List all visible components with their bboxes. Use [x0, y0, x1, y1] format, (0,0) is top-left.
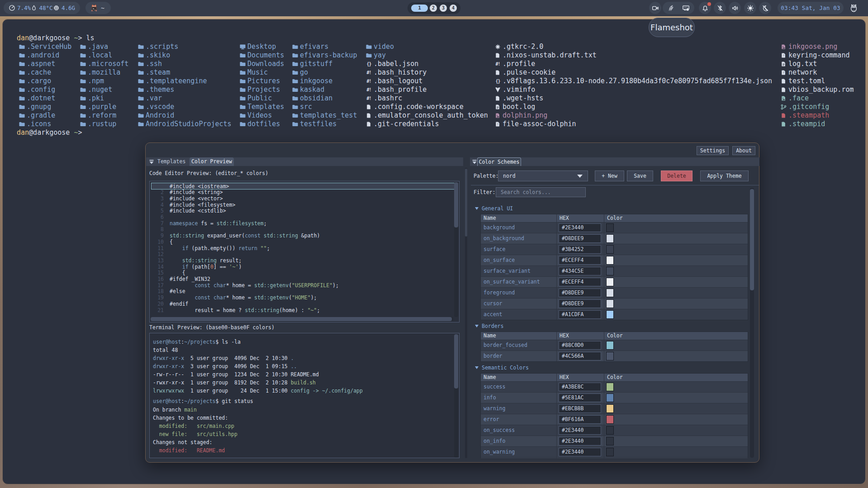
color-swatch[interactable]: [606, 310, 614, 319]
shell-prompt-line: dan@darkgoose ~> ls: [17, 34, 95, 43]
hex-input[interactable]: #2E3440: [559, 437, 601, 445]
code-line: 14 if (path[0] == '~'): [150, 264, 448, 270]
hex-input[interactable]: #4C566A: [559, 352, 601, 360]
right-panel-scrollbar[interactable]: [750, 188, 754, 458]
hex-input[interactable]: #A3BE8C: [559, 383, 601, 391]
col-name: Name: [481, 214, 557, 222]
section-header[interactable]: Semantic Colors: [475, 364, 529, 372]
color-swatch[interactable]: [606, 448, 614, 456]
bluetooth-button[interactable]: [714, 2, 726, 14]
workspace-1-active[interactable]: 1: [411, 5, 428, 12]
system-stats-pill[interactable]: 7.4% 48°C 4.6G: [4, 2, 80, 14]
section-header[interactable]: General UI: [475, 205, 513, 213]
hex-input[interactable]: #A1CDFA: [559, 310, 601, 319]
color-swatch[interactable]: [606, 426, 614, 435]
color-table: NameHEXColorsuccess#A3BE8Cinfo#5E81ACwar…: [480, 373, 748, 458]
editor-vscrollbar[interactable]: [454, 182, 458, 317]
night-light-button[interactable]: [759, 2, 771, 14]
color-swatch[interactable]: [606, 267, 614, 275]
about-button[interactable]: About: [732, 146, 755, 155]
color-row: warning#EBCB8B: [481, 403, 748, 414]
ls-entry: .themes: [138, 85, 174, 94]
ls-entry: .ServiceHub: [19, 43, 71, 51]
color-swatch[interactable]: [606, 245, 614, 254]
hex-input[interactable]: #D8DEE9: [559, 299, 601, 308]
tab-templates[interactable]: Templates: [157, 157, 185, 166]
tab-color-preview[interactable]: Color Preview: [190, 157, 234, 166]
hex-input[interactable]: #2E3440: [559, 223, 601, 232]
feather-tray-icon[interactable]: [667, 5, 674, 12]
clock-pill[interactable]: 03:43 Sat, Jan 03: [778, 2, 844, 14]
hex-input[interactable]: #BF616A: [559, 415, 601, 424]
color-swatch[interactable]: [606, 256, 614, 265]
keyboard-lock-tray-icon[interactable]: [682, 4, 690, 12]
hex-input[interactable]: #2E3440: [559, 448, 601, 456]
ls-entry: .viminfo: [495, 85, 535, 94]
apply-theme-button[interactable]: Apply Theme: [700, 171, 749, 181]
terminal-launcher-pill[interactable]: >_ ~: [85, 2, 111, 14]
color-swatch[interactable]: [606, 299, 614, 308]
color-swatch[interactable]: [606, 393, 614, 402]
hex-input[interactable]: #ECEFF4: [559, 256, 601, 265]
hex-input[interactable]: #3B4252: [559, 245, 601, 254]
new-palette-button[interactable]: + New: [595, 171, 624, 181]
ls-entry: .scripts: [138, 43, 178, 51]
color-row: accent#A1CDFA: [481, 309, 748, 320]
ls-entry: .java: [80, 43, 108, 51]
ls-entry: .cargo: [19, 77, 51, 85]
settings-button[interactable]: Settings: [697, 146, 729, 155]
filter-input[interactable]: Search colors...: [496, 187, 586, 197]
delete-button[interactable]: Delete: [661, 171, 693, 181]
hex-input[interactable]: #5E81AC: [559, 393, 601, 402]
color-swatch[interactable]: [606, 404, 614, 413]
hex-input[interactable]: #2E3440: [559, 426, 601, 435]
color-swatch[interactable]: [606, 437, 614, 445]
hex-input[interactable]: #434C5E: [559, 267, 601, 275]
ls-entry: Pictures: [240, 77, 280, 85]
color-swatch[interactable]: [606, 223, 614, 232]
brightness-button[interactable]: [744, 2, 756, 14]
ls-entry: .nuget: [80, 85, 112, 94]
tab-color-schemes[interactable]: Color Schemes: [477, 157, 521, 166]
workspace-3[interactable]: 3: [440, 5, 447, 12]
color-swatch[interactable]: [606, 234, 614, 243]
ls-entry: Projects: [240, 85, 280, 94]
owl-menu-button[interactable]: [848, 2, 860, 14]
screen-record-button[interactable]: [649, 2, 661, 14]
code-line: 13 std::string result;: [150, 257, 448, 264]
hex-input[interactable]: #D8DEE9: [559, 234, 601, 243]
color-name: on_warning: [481, 447, 557, 457]
color-swatch[interactable]: [606, 289, 614, 297]
hex-input[interactable]: #D8DEE9: [559, 289, 601, 297]
color-swatch[interactable]: [606, 341, 614, 350]
volume-button[interactable]: [729, 2, 741, 14]
left-dock-menu-icon[interactable]: [149, 160, 154, 164]
left-panel-scrollbar[interactable]: [465, 168, 467, 458]
color-swatch[interactable]: [606, 352, 614, 360]
workspace-2[interactable]: 2: [430, 5, 437, 12]
right-dock-menu-icon[interactable]: [472, 160, 477, 164]
palette-select[interactable]: nord: [498, 171, 588, 181]
code-editor-preview[interactable]: #include <iostream>2#include <string>3#i…: [149, 181, 460, 322]
hex-input[interactable]: #ECEFF4: [559, 278, 601, 286]
moon-off-icon: [762, 5, 769, 12]
color-name: on_error: [481, 458, 557, 458]
section-header[interactable]: Borders: [475, 322, 503, 330]
flame-icon: [31, 5, 37, 11]
theme-editor-window[interactable]: Settings About Templates Color Preview C…: [145, 142, 759, 463]
color-swatch[interactable]: [606, 278, 614, 286]
collapse-triangle-icon: [475, 366, 479, 369]
terminal-preview-line: total 48: [153, 346, 178, 354]
color-swatch[interactable]: [606, 415, 614, 424]
terminal-preview[interactable]: user@host:~/projects$ ls -latotal 48drwx…: [149, 333, 460, 458]
terminal-preview-vscrollbar[interactable]: [454, 334, 458, 458]
save-button[interactable]: Save: [627, 171, 653, 181]
ls-entry: .reform: [80, 111, 116, 120]
editor-hscrollbar[interactable]: [151, 317, 453, 321]
hex-input[interactable]: #EBCB8B: [559, 404, 601, 413]
color-sections-scroll[interactable]: General UINameHEXColorbackground#2E3440o…: [470, 202, 750, 458]
color-swatch[interactable]: [606, 383, 614, 391]
hex-input[interactable]: #88C0D0: [559, 341, 601, 350]
ls-entry: .face: [781, 94, 809, 103]
workspace-4[interactable]: 4: [450, 5, 457, 12]
